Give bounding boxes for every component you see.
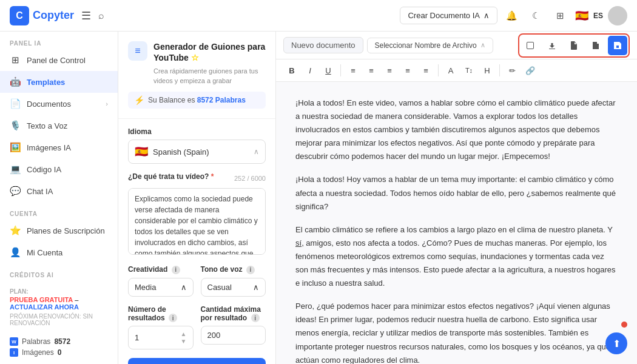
underline-btn[interactable]: U bbox=[320, 62, 337, 79]
italic-btn[interactable]: I bbox=[302, 62, 318, 79]
template-icon: ≡ bbox=[128, 41, 147, 61]
file-btn[interactable] bbox=[564, 36, 584, 55]
sidebar-item-imagenes-ia[interactable]: 🖼️ Imágenes IA bbox=[0, 136, 118, 158]
sidebar-label-planes: Planes de Suscripción bbox=[27, 226, 105, 235]
chevron-up-icon: ∧ bbox=[484, 11, 490, 20]
grid-icon[interactable]: ⊞ bbox=[551, 6, 570, 25]
heading-btn[interactable]: H bbox=[479, 62, 496, 79]
chevron-up-icon-tono: ∧ bbox=[253, 283, 259, 292]
tono-col: Tono de voz i Casual ∧ bbox=[201, 265, 266, 297]
creatividad-select[interactable]: Media ∧ bbox=[128, 278, 194, 297]
generate-btn[interactable]: GENERAR TEXTO bbox=[128, 358, 266, 364]
sidebar-item-panel-control[interactable]: ⊞ Panel de Control bbox=[0, 49, 118, 71]
chevron-up-icon: ∧ bbox=[254, 147, 259, 156]
info-icon-numero[interactable]: i bbox=[169, 314, 177, 322]
mp-title-row: ≡ Generador de Guiones para YouTube ☆ Cr… bbox=[128, 41, 266, 86]
tono-select[interactable]: Casual ∧ bbox=[201, 278, 266, 297]
content-para-1: ¡Hola a todos! En este video, vamos a ha… bbox=[295, 96, 618, 163]
down-arrow-icon[interactable]: ▼ bbox=[181, 338, 187, 345]
save-btn[interactable] bbox=[608, 36, 627, 55]
numero-label: Número de resultados i bbox=[128, 305, 194, 323]
sidebar: PANEL IA ⊞ Panel de Control 🤖 Templates … bbox=[0, 32, 118, 364]
select-file-btn[interactable]: Seleccionar Nombre de Archivo ∧ bbox=[367, 38, 493, 53]
list-ordered-btn[interactable]: ≡ bbox=[417, 62, 434, 79]
sidebar-label-templates: Templates bbox=[27, 78, 65, 87]
select-file-label: Seleccionar Nombre de Archivo bbox=[375, 41, 477, 50]
info-icon-tono[interactable]: i bbox=[246, 266, 255, 274]
images-icon: I bbox=[10, 348, 18, 357]
mp-balance-text: Su Balance es 8572 Palabras bbox=[148, 96, 246, 104]
info-icon-cantidad[interactable]: i bbox=[251, 314, 260, 322]
sidebar-item-texto-voz[interactable]: 🎙️ Texto a Voz bbox=[0, 115, 118, 136]
cantidad-input[interactable]: 200 bbox=[201, 326, 266, 345]
images-label: Imágenes bbox=[22, 348, 54, 357]
spain-flag-icon: 🇪🇸 bbox=[135, 145, 148, 158]
plan-upgrade-btn[interactable]: ACTUALIZAR AHORA bbox=[10, 303, 79, 311]
link-btn[interactable]: 🔗 bbox=[522, 62, 539, 79]
sidebar-item-mi-cuenta[interactable]: 👤 Mi Cuenta bbox=[0, 241, 118, 263]
sidebar-label-documentos: Documentos bbox=[27, 99, 71, 109]
brush-btn[interactable]: ✏ bbox=[504, 62, 521, 79]
sidebar-item-documentos[interactable]: 📄 Documentos › bbox=[0, 93, 118, 115]
images-credit-row: I Imágenes 0 bbox=[10, 348, 108, 357]
lang-select[interactable]: 🇪🇸 Spanish (Spain) ∧ bbox=[128, 140, 266, 164]
lang-badge: ES bbox=[593, 12, 603, 20]
code-icon: 💻 bbox=[10, 164, 21, 175]
search-icon[interactable]: ⌕ bbox=[98, 10, 104, 21]
numero-cantidad-row: Número de resultados i 1 ▲ ▼ Cantidad má… bbox=[128, 305, 266, 350]
content-para-4: Pero, ¿qué podemos hacer para minimizar … bbox=[295, 300, 618, 364]
logo-name: Copyter bbox=[33, 9, 74, 22]
copy-btn[interactable] bbox=[521, 36, 540, 55]
scroll-top-btn[interactable]: ⬆ bbox=[605, 332, 627, 354]
plan-separator: – bbox=[75, 296, 78, 303]
cuenta-label: CUENTA bbox=[0, 202, 118, 220]
action-btns bbox=[518, 33, 630, 58]
middle-panel: ≡ Generador de Guiones para YouTube ☆ Cr… bbox=[118, 32, 276, 364]
cantidad-value: 200 bbox=[207, 331, 221, 340]
align-right-btn[interactable]: ≡ bbox=[381, 62, 398, 79]
create-document-btn[interactable]: Crear Documento IA ∧ bbox=[400, 7, 497, 24]
plan-name: PRUEBA GRATUITA bbox=[10, 296, 73, 303]
format-toolbar: B I U ≡ ≡ ≡ ≡ ≡ A T↕ H ✏ 🔗 bbox=[276, 59, 637, 82]
trata-textarea[interactable]: Explicamos como la sociedad puede verse … bbox=[128, 188, 266, 255]
align-left-btn[interactable]: ≡ bbox=[345, 62, 362, 79]
creatividad-col: Creatividad i Media ∧ bbox=[128, 265, 194, 297]
sidebar-label-chat: Chat IA bbox=[27, 187, 53, 196]
sidebar-item-planes[interactable]: ⭐ Planes de Suscripción bbox=[0, 220, 118, 241]
mp-title: Generador de Guiones para YouTube ☆ bbox=[153, 41, 266, 63]
bold-btn[interactable]: B bbox=[283, 62, 300, 79]
doc-name[interactable]: Nuevo documento bbox=[283, 37, 363, 53]
document-icon: 📄 bbox=[10, 98, 21, 109]
logo[interactable]: C Copyter bbox=[10, 6, 74, 25]
align-center-btn[interactable]: ≡ bbox=[363, 62, 380, 79]
font-color-btn[interactable]: A bbox=[442, 62, 459, 79]
moon-icon[interactable]: ☾ bbox=[527, 6, 546, 25]
rp-toolbar: Nuevo documento Seleccionar Nombre de Ar… bbox=[276, 32, 637, 59]
avatar[interactable] bbox=[608, 6, 627, 25]
up-arrow-icon[interactable]: ▲ bbox=[181, 331, 187, 337]
tono-label-text: Tono de voz bbox=[201, 265, 243, 274]
menu-icon[interactable]: ☰ bbox=[81, 9, 91, 22]
images-value: 0 bbox=[58, 348, 62, 357]
sidebar-item-chat-ia[interactable]: 💬 Chat IA bbox=[0, 180, 118, 202]
pages-btn[interactable] bbox=[586, 36, 605, 55]
numero-arrows[interactable]: ▲ ▼ bbox=[181, 331, 187, 345]
sidebar-item-codigo-ia[interactable]: 💻 Código IA bbox=[0, 158, 118, 180]
sidebar-label-codigo: Código IA bbox=[27, 165, 61, 174]
notification-icon[interactable]: 🔔 bbox=[502, 6, 522, 25]
create-btn-label: Crear Documento IA bbox=[408, 11, 480, 20]
font-size-btn[interactable]: T↕ bbox=[460, 62, 477, 79]
lang-name: Spanish (Spain) bbox=[153, 147, 249, 157]
topnav-center: Crear Documento IA ∧ 🔔 ☾ ⊞ 🇪🇸 ES bbox=[400, 6, 627, 25]
right-panel: Nuevo documento Seleccionar Nombre de Ar… bbox=[276, 32, 637, 364]
align-justify-btn[interactable]: ≡ bbox=[399, 62, 416, 79]
tono-label: Tono de voz i bbox=[201, 265, 266, 274]
numero-input[interactable]: 1 ▲ ▼ bbox=[128, 326, 194, 349]
sidebar-item-templates[interactable]: 🤖 Templates bbox=[0, 71, 118, 93]
fmt-sep-3 bbox=[499, 64, 500, 76]
info-icon[interactable]: i bbox=[172, 266, 180, 274]
words-credit-row: W Palabras 8572 bbox=[10, 337, 108, 346]
idioma-field: Idioma 🇪🇸 Spanish (Spain) ∧ bbox=[128, 127, 266, 164]
grid-icon: ⊞ bbox=[10, 55, 21, 66]
download-btn[interactable] bbox=[542, 36, 562, 55]
